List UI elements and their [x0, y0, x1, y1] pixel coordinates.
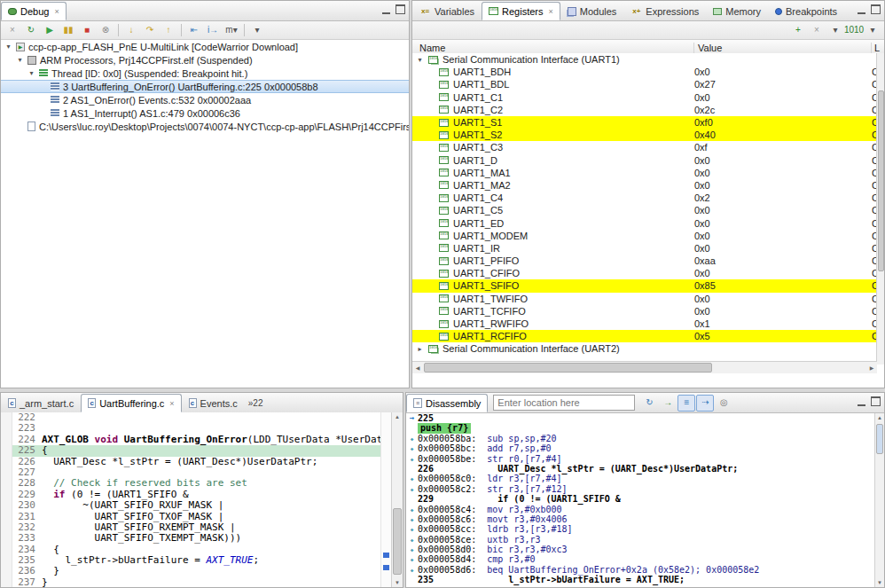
tab-memory[interactable]: Memory — [706, 2, 768, 20]
instruction-row[interactable]: ◆0x000058c0: ldr r3,[r7,#4] — [406, 474, 884, 483]
source-line-row[interactable]: 229 if (0 != (UART1_SFIFO & — [406, 494, 884, 504]
location-input[interactable] — [493, 395, 635, 411]
view-menu-button[interactable]: ▾ — [248, 22, 266, 39]
register-group-row[interactable]: ▸10101010Serial Communication Interface … — [412, 342, 884, 355]
register-row[interactable]: 10101010UART1_SFIFO0x85C — [412, 279, 884, 292]
step-return-button[interactable]: ↑ — [160, 22, 177, 39]
editor-tab-_arm_start-c[interactable]: c_arm_start.c — [1, 394, 81, 412]
instruction-row[interactable]: ◆0x000058c6: movt r3,#0x4006 — [406, 514, 884, 524]
annotation-margin[interactable] — [1, 435, 12, 445]
refresh-button[interactable]: ↻ — [640, 395, 658, 412]
expander-icon[interactable]: ▾ — [16, 56, 24, 64]
add-register-group-button[interactable]: + — [789, 22, 807, 39]
overview-annotation[interactable] — [383, 565, 389, 570]
register-row[interactable]: 10101010UART1_C10x0C — [412, 91, 884, 104]
drop-to-frame-button[interactable]: ⇤ — [185, 22, 203, 39]
annotation-margin[interactable] — [1, 555, 12, 566]
annotation-margin[interactable] — [1, 545, 12, 555]
instruction-row[interactable]: ◆0x000058cc: ldrb r3,[r3,#18] — [406, 524, 884, 534]
register-row[interactable]: 10101010UART1_C30xfC — [412, 141, 884, 153]
register-row[interactable]: 10101010UART1_RWFIFO0x1C — [412, 318, 884, 330]
disassembly-vscrollbar[interactable]: ▲ ▼ — [874, 413, 884, 587]
suspend-button[interactable]: ▮▮ — [59, 22, 77, 39]
debug-tree-row[interactable]: C:\Users\luc.roy\Desktop\Projects\0074\0… — [1, 120, 409, 133]
register-row[interactable]: 10101010UART1_BDH0x0C — [412, 66, 884, 78]
minimize-icon[interactable] — [858, 397, 865, 406]
terminate-button[interactable]: ■ — [78, 22, 96, 39]
scrollbar-thumb[interactable] — [878, 90, 884, 271]
register-row[interactable]: 10101010UART1_D0x0C — [412, 154, 884, 167]
view-menu-button[interactable]: ▾ — [864, 22, 881, 39]
code-line[interactable]: 236 } — [1, 566, 403, 576]
remove-all-terminated-button[interactable]: × — [4, 22, 21, 39]
instruction-row[interactable]: ◆0x000058d4: cmp r3,#0 — [406, 554, 884, 564]
register-row[interactable]: 10101010UART1_PFIFO0xaaC — [412, 255, 884, 267]
remove-register-group-button[interactable]: × — [808, 22, 826, 39]
annotation-margin[interactable] — [1, 566, 12, 576]
register-row[interactable]: 10101010UART1_BDL0x27C — [412, 78, 884, 90]
source-line-row[interactable]: →225 — [406, 413, 884, 423]
step-into-button[interactable]: ↓ — [122, 22, 140, 39]
register-row[interactable]: 10101010UART1_TCFIFO0x0C — [412, 305, 884, 318]
annotation-margin[interactable] — [1, 412, 12, 423]
annotation-margin[interactable] — [1, 490, 12, 500]
debug-tree-row[interactable]: 2 AS1_OnError() Events.c:532 0x00002aaa — [1, 93, 409, 106]
scrollbar-thumb[interactable] — [424, 363, 712, 372]
minimize-icon[interactable] — [858, 5, 865, 14]
registers-vscrollbar[interactable] — [876, 53, 884, 365]
debug-tree-row[interactable]: 3 UartBuffering_OnError() UartBuffering.… — [1, 80, 409, 93]
annotation-margin[interactable] — [1, 457, 12, 467]
instruction-row[interactable]: ◆0x000058bc: add r7,sp,#0 — [406, 443, 884, 453]
register-row[interactable]: 10101010UART1_C40x2C — [412, 192, 884, 204]
annotation-margin[interactable] — [1, 445, 12, 456]
maximize-icon[interactable] — [871, 4, 881, 14]
expander-icon[interactable]: ▾ — [4, 43, 12, 51]
register-row[interactable]: 10101010UART1_MA10x0C — [412, 167, 884, 179]
register-row[interactable]: 10101010UART1_RCFIFO0x5C — [412, 330, 884, 342]
restart-button[interactable]: ↻ — [22, 22, 40, 39]
annotation-margin[interactable] — [1, 467, 12, 478]
expander-icon[interactable]: ▾ — [27, 69, 35, 77]
instruction-row[interactable]: ◆0x000058ba: sub sp,sp,#20 — [406, 434, 884, 443]
instruction-row[interactable]: ◆0x000058c4: mov r3,#0xb000 — [406, 505, 884, 514]
code-line[interactable]: 226 UART_Desc *l_stPtr = (UART_Desc*)Use… — [1, 457, 403, 467]
current-instruction-row[interactable]: push {r7} — [406, 423, 884, 433]
go-to-pc-button[interactable]: → — [659, 395, 677, 412]
close-icon[interactable]: × — [549, 7, 553, 16]
expander-icon[interactable]: ▸ — [416, 345, 424, 353]
annotation-margin[interactable] — [1, 577, 12, 587]
disassembly-content[interactable]: →225 push {r7}◆0x000058ba: sub sp,sp,#20… — [406, 413, 884, 587]
layout-menu-button[interactable]: ▾ — [826, 22, 844, 39]
instruction-row[interactable]: ◆0x000058ce: uxtb r3,r3 — [406, 535, 884, 545]
code-line[interactable]: 237} — [1, 577, 403, 587]
column-name[interactable]: Name — [412, 43, 694, 53]
overview-annotation[interactable] — [383, 553, 389, 558]
instruction-stepping-button[interactable]: i→ — [204, 22, 222, 39]
annotation-margin[interactable] — [1, 522, 12, 533]
register-row[interactable]: 10101010UART1_C20x2cC — [412, 104, 884, 116]
register-row[interactable]: 10101010UART1_TWFIFO0x0C — [412, 293, 884, 305]
tab-expressions[interactable]: x+Expressions — [623, 2, 706, 20]
register-group-row[interactable]: ▾10101010Serial Communication Interface … — [412, 53, 884, 66]
expander-icon[interactable]: ▾ — [416, 56, 424, 64]
debug-tree-row[interactable]: ▾Thread [ID: 0x0] (Suspended: Breakpoint… — [1, 67, 409, 80]
tab-variables[interactable]: x=Variables — [412, 2, 482, 20]
tab-modules[interactable]: Modules — [560, 2, 624, 20]
register-row[interactable]: 10101010UART1_C50x0C — [412, 204, 884, 216]
register-row[interactable]: 10101010UART1_CFIFO0x0C — [412, 267, 884, 279]
close-icon[interactable]: × — [54, 7, 59, 16]
code-line[interactable]: 222 — [1, 412, 403, 423]
annotation-margin[interactable] — [1, 512, 12, 522]
step-over-button[interactable]: ↷ — [141, 22, 159, 39]
number-format-button[interactable]: 1010 — [845, 22, 863, 39]
register-row[interactable]: 10101010UART1_S10xf0C — [412, 116, 884, 129]
annotation-margin[interactable] — [1, 423, 12, 434]
column-clipped[interactable]: L — [872, 43, 880, 53]
instruction-row[interactable]: ◆0x000058be: str r0,[r7,#4] — [406, 454, 884, 464]
maximize-icon[interactable] — [396, 4, 405, 14]
close-icon[interactable]: × — [169, 399, 174, 408]
editor-content[interactable]: 222223224AXT_GLOB void UartBuffering_OnE… — [1, 412, 403, 587]
debug-tree-row[interactable]: 1 AS1_Interrupt() AS1.c:479 0x00006c36 — [1, 106, 409, 120]
register-row[interactable]: 10101010UART1_S20x40C — [412, 129, 884, 141]
editor-tab-overflow[interactable]: »22 — [245, 398, 267, 408]
